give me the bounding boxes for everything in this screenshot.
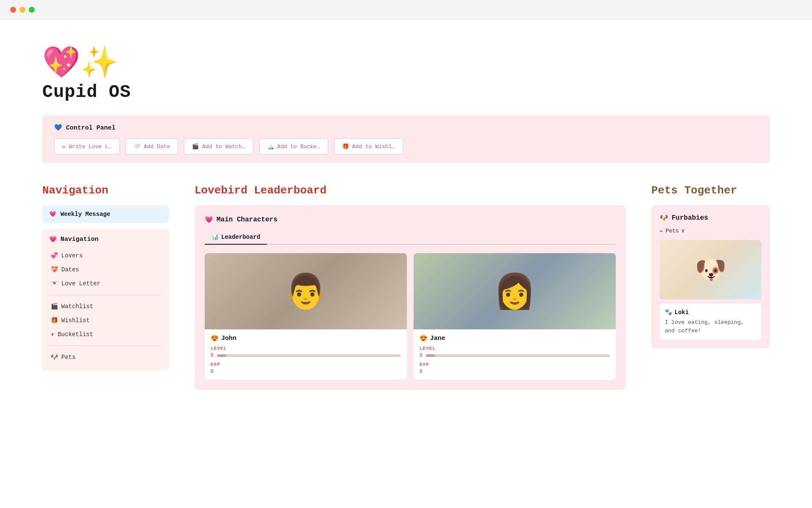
watchlist-label: Watchlist — [61, 303, 93, 310]
love-letter-label: Love Letter — [61, 280, 100, 287]
dates-label: Dates — [61, 266, 79, 273]
main-content: 💖✨ Cupid OS 💙 Control Panel ✉️ Write Lov… — [0, 20, 812, 407]
lovers-icon: 💞 — [51, 252, 58, 259]
jane-level-progress: 0 — [420, 353, 610, 359]
leaderboard-title-label: Main Characters — [217, 216, 277, 224]
leaderboard-title-icon: 💗 — [205, 215, 213, 224]
nav-divider-2 — [49, 345, 162, 346]
john-level-fill — [217, 354, 226, 357]
control-panel-label: Control Panel — [66, 124, 115, 132]
weekly-message-nav-item[interactable]: 💗 Weekly Message — [42, 205, 169, 223]
pet-name-icon: 🐾 — [665, 309, 672, 316]
nav-item-dates[interactable]: 💝 Dates — [49, 262, 162, 276]
nav-section-panel: 💗 Navigation 💞 Lovers 💝 Dates 💌 Love Let… — [42, 229, 169, 371]
lb-card-jane: 😍 Jane LEVEL 0 EXP 0 — [414, 253, 616, 380]
three-col-layout: Navigation 💗 Weekly Message 💗 Navigation… — [42, 184, 770, 390]
titlebar — [0, 0, 812, 20]
add-date-button[interactable]: 🤍 Add Date — [126, 138, 178, 155]
pets-nav-label: Pets — [61, 354, 76, 361]
nav-divider-1 — [49, 295, 162, 295]
watchlist-icon: 🎬 — [51, 303, 58, 310]
leaderboard-tab-label: Leaderboard — [221, 234, 260, 240]
jane-name-text: Jane — [430, 335, 445, 342]
john-photo — [205, 253, 407, 329]
close-button[interactable] — [10, 7, 16, 13]
lb-card-john: 😍 John LEVEL 0 EXP 0 — [205, 253, 407, 380]
jane-exp-label: EXP — [420, 362, 610, 367]
jane-name: 😍 Jane — [420, 334, 610, 342]
jane-level-bar — [426, 354, 610, 357]
pets-column: Pets Together 🐶 Furbabies ✏️ Pets ∨ 🐶 🐾 — [651, 184, 770, 348]
jane-level-label: LEVEL — [420, 346, 610, 351]
john-name: 😍 John — [211, 334, 401, 342]
leaderboard-tabs: 📊 Leaderboard — [205, 230, 616, 245]
nav-section-icon: 💗 — [49, 235, 57, 243]
pets-section-title: Pets Together — [651, 184, 770, 197]
nav-item-lovers[interactable]: 💞 Lovers — [49, 248, 162, 262]
pet-emoji: 🐶 — [695, 255, 727, 285]
wishlist-label: Wishlist — [61, 317, 90, 324]
leaderboard-panel: 💗 Main Characters 📊 Leaderboard — [195, 205, 626, 390]
john-exp-value: 0 — [211, 369, 401, 375]
pets-filter[interactable]: ✏️ Pets ∨ — [660, 227, 761, 234]
john-level-label: LEVEL — [211, 346, 401, 351]
pets-filter-label: Pets — [666, 228, 679, 234]
nav-item-watchlist[interactable]: 🎬 Watchlist — [49, 299, 162, 313]
bucketlist-icon: ✈️ — [51, 331, 54, 338]
nav-item-love-letter[interactable]: 💌 Love Letter — [49, 276, 162, 290]
navigation-column: Navigation 💗 Weekly Message 💗 Navigation… — [42, 184, 169, 371]
maximize-button[interactable] — [29, 7, 35, 13]
pets-filter-icon: ✏️ — [660, 227, 663, 234]
pet-photo: 🐶 — [660, 240, 761, 299]
jane-photo — [414, 253, 616, 329]
bucketlist-label: Bucketlist — [58, 331, 93, 338]
add-to-watchlist-button[interactable]: 🎬 Add to Watch… — [184, 138, 253, 155]
minimize-button[interactable] — [19, 7, 25, 13]
nav-section-label: Navigation — [60, 236, 99, 243]
jane-card-body: 😍 Jane LEVEL 0 EXP 0 — [414, 329, 616, 380]
control-panel-buttons: ✉️ Write Love L… 🤍 Add Date 🎬 Add to Wat… — [54, 138, 758, 155]
nav-item-wishlist[interactable]: 🎁 Wishlist — [49, 313, 162, 327]
add-to-wishlist-button[interactable]: 🎁 Add to Wishl… — [334, 138, 403, 155]
nav-item-pets[interactable]: 🐶 Pets — [49, 350, 162, 364]
write-love-letter-button[interactable]: ✉️ Write Love L… — [54, 138, 120, 155]
app-emoji: 💖✨ — [42, 45, 770, 79]
jane-icon: 😍 — [420, 334, 428, 342]
leaderboard-panel-title: 💗 Main Characters — [205, 215, 616, 224]
leaderboard-section-title: Lovebird Leaderboard — [195, 184, 626, 197]
weekly-message-icon: 💗 — [49, 210, 56, 218]
john-level-progress: 0 — [211, 353, 401, 359]
nav-item-bucketlist[interactable]: ✈️ Bucketlist — [49, 327, 162, 341]
pets-title-label: Furbabies — [672, 214, 708, 222]
pets-panel-title: 🐶 Furbabies — [660, 214, 761, 222]
pet-name: 🐾 Loki — [665, 309, 756, 316]
john-level-bar — [217, 354, 401, 357]
chevron-down-icon: ∨ — [681, 227, 685, 234]
pet-name-text: Loki — [675, 309, 689, 316]
pets-title-icon: 🐶 — [660, 214, 668, 222]
leaderboard-tab-icon: 📊 — [211, 233, 219, 240]
jane-level-fill — [426, 354, 435, 357]
jane-level-value: 0 — [420, 353, 422, 359]
john-level-value: 0 — [211, 353, 214, 359]
pets-nav-icon: 🐶 — [51, 353, 58, 361]
control-panel: 💙 Control Panel ✉️ Write Love L… 🤍 Add D… — [42, 115, 770, 163]
dates-icon: 💝 — [51, 266, 58, 273]
wishlist-icon: 🎁 — [51, 317, 58, 324]
pets-panel: 🐶 Furbabies ✏️ Pets ∨ 🐶 🐾 Loki I l — [651, 205, 770, 348]
leaderboard-cards: 😍 John LEVEL 0 EXP 0 — [205, 253, 616, 380]
lovers-label: Lovers — [61, 252, 82, 259]
leaderboard-column: Lovebird Leaderboard 💗 Main Characters 📊… — [195, 184, 626, 390]
love-letter-icon: 💌 — [51, 280, 58, 287]
navigation-section-title: Navigation — [42, 184, 169, 197]
john-card-body: 😍 John LEVEL 0 EXP 0 — [205, 329, 407, 380]
jane-exp-value: 0 — [420, 369, 610, 375]
tab-leaderboard[interactable]: 📊 Leaderboard — [205, 230, 267, 245]
pet-card: 🐾 Loki I love eating, sleeping, and coff… — [660, 304, 761, 340]
nav-section-heading: 💗 Navigation — [49, 235, 162, 243]
weekly-message-label: Weekly Message — [60, 211, 110, 218]
add-to-bucketlist-button[interactable]: 🏔️ Add to Bucke… — [259, 138, 328, 155]
control-panel-title: 💙 Control Panel — [54, 124, 758, 132]
john-name-text: John — [221, 335, 236, 342]
control-panel-icon: 💙 — [54, 124, 62, 132]
